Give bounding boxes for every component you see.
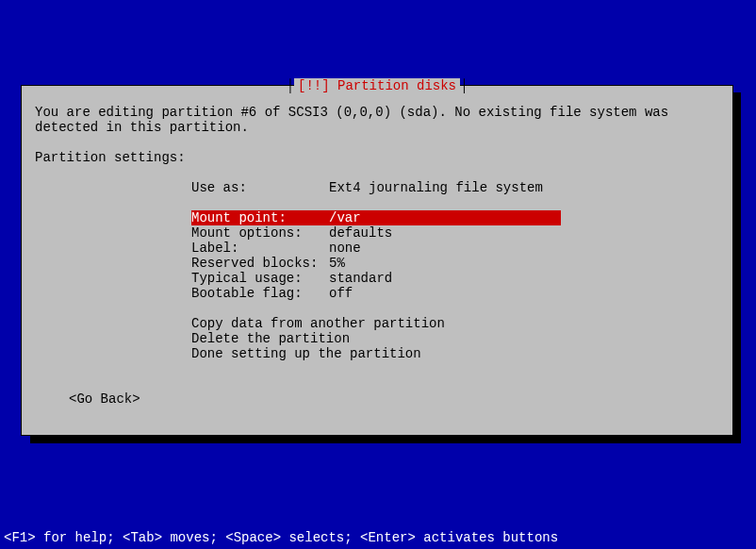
setting-row[interactable]: Mount options:defaults [191,225,719,241]
setting-value: 5% [329,256,345,271]
action-label: Done setting up the partition [191,346,421,361]
border-left: ┤ [287,78,294,93]
partition-dialog: ┤[!!] Partition disks├ You are editing p… [21,85,733,436]
dialog-description: You are editing partition #6 of SCSI3 (0… [35,105,719,135]
setting-row[interactable]: Use as:Ext4 journaling file system [191,180,719,195]
setting-key: Use as: [191,180,329,195]
setting-row[interactable]: Reserved blocks:5% [191,256,719,271]
section-label: Partition settings: [35,150,719,165]
setting-key: Typical usage: [191,271,329,286]
setting-key: Bootable flag: [191,286,329,301]
setting-row[interactable]: Typical usage:standard [191,271,719,286]
setting-key: Reserved blocks: [191,256,329,271]
dialog-title: [!!] Partition disks [294,78,460,93]
go-back-button[interactable]: <Go Back> [69,391,719,407]
setting-row[interactable]: Delete the partition [191,331,719,346]
setting-value: off [329,286,353,301]
settings-rows: Use as:Ext4 journaling file systemMount … [191,180,719,361]
setting-value: /var [329,210,361,225]
setting-row[interactable]: Label:none [191,241,719,256]
spacer [191,195,719,210]
status-bar: <F1> for help; <Tab> moves; <Space> sele… [4,530,558,545]
setting-key: Mount options: [191,225,329,241]
action-label: Copy data from another partition [191,316,445,331]
setting-row[interactable]: Bootable flag:off [191,286,719,301]
dialog-title-bar: ┤[!!] Partition disks├ [22,78,732,93]
setting-value: defaults [329,225,392,241]
border-right: ├ [460,78,468,93]
setting-key: Mount point: [191,210,329,225]
action-label: Delete the partition [191,331,350,346]
setting-row[interactable]: Copy data from another partition [191,316,719,331]
setting-row[interactable]: Mount point:/var [191,210,561,225]
setting-key: Label: [191,241,329,256]
setting-row[interactable]: Done setting up the partition [191,346,719,361]
setting-value: standard [329,271,392,286]
setting-value: none [329,241,361,256]
setting-value: Ext4 journaling file system [329,180,543,195]
spacer [191,301,719,316]
